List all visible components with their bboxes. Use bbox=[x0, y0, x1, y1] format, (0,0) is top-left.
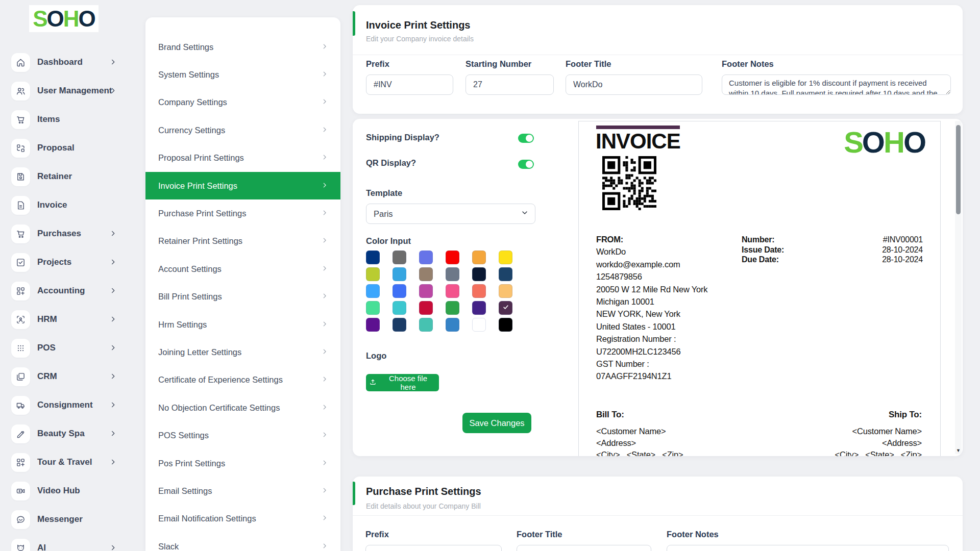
settings-item-pos-print-settings[interactable]: Pos Print Settings bbox=[145, 449, 340, 477]
color-swatch-6d7888[interactable] bbox=[446, 267, 459, 281]
choose-file-button[interactable]: Choose file here bbox=[366, 374, 439, 391]
settings-item-joining-letter-settings[interactable]: Joining Letter Settings bbox=[145, 338, 340, 366]
preview-scrollbar-thumb[interactable] bbox=[956, 125, 961, 214]
color-swatch-0a1832[interactable] bbox=[472, 267, 486, 281]
sidebar-item-tour-travel[interactable]: Tour & Travel bbox=[0, 448, 145, 477]
color-swatch-432287[interactable] bbox=[472, 301, 486, 315]
prefix-input[interactable] bbox=[366, 74, 453, 95]
settings-item-label: Proposal Print Settings bbox=[158, 153, 244, 163]
sidebar-item-purchases[interactable]: Purchases bbox=[0, 219, 145, 248]
check-square-icon bbox=[11, 253, 30, 272]
bill-to-line: <City> , <State> , <Zip> bbox=[596, 449, 683, 456]
qr-display-toggle[interactable] bbox=[518, 160, 534, 169]
preview-scrollbar[interactable]: ▼ bbox=[955, 121, 962, 454]
sidebar-item-label: Proposal bbox=[37, 143, 75, 153]
settings-item-slack[interactable]: Slack bbox=[145, 533, 340, 551]
color-swatch-bb48a3[interactable] bbox=[419, 284, 433, 298]
settings-item-invoice-print-settings[interactable]: Invoice Print Settings bbox=[145, 172, 340, 199]
settings-item-proposal-print-settings[interactable]: Proposal Print Settings bbox=[145, 144, 340, 172]
color-swatch-3cc7cf[interactable] bbox=[393, 301, 406, 315]
sidebar-item-user-management[interactable]: User Management bbox=[0, 77, 145, 105]
color-swatch-f4a63b[interactable] bbox=[472, 251, 486, 264]
settings-item-label: Certificate of Experience Settings bbox=[158, 375, 283, 385]
settings-item-hrm-settings[interactable]: Hrm Settings bbox=[145, 311, 340, 338]
settings-item-label: Hrm Settings bbox=[158, 320, 207, 330]
color-swatch-3f70f6[interactable] bbox=[393, 284, 406, 298]
sidebar-item-pos[interactable]: POS bbox=[0, 334, 145, 362]
color-swatch-6674e8[interactable] bbox=[419, 251, 433, 264]
purchase-prefix-input[interactable] bbox=[365, 545, 502, 551]
settings-item-label: Company Settings bbox=[158, 97, 227, 107]
sidebar-item-projects[interactable]: Projects bbox=[0, 248, 145, 277]
chevron-right-icon bbox=[321, 209, 328, 218]
footer-notes-input[interactable]: Customer is eligible for 1% discount if … bbox=[722, 74, 951, 95]
color-swatch-1b3c66[interactable] bbox=[393, 318, 406, 332]
sidebar-item-dashboard[interactable]: Dashboard bbox=[0, 48, 145, 77]
color-swatch-3ba6fd[interactable] bbox=[366, 284, 380, 298]
settings-item-currency-settings[interactable]: Currency Settings bbox=[145, 116, 340, 144]
color-swatch-3583c6[interactable] bbox=[446, 318, 459, 332]
app-logo[interactable]: SOHO bbox=[29, 5, 99, 32]
invoice-logo-letter: O bbox=[862, 126, 884, 159]
color-swatch-b9cc31[interactable] bbox=[366, 267, 380, 281]
color-swatch-f70000[interactable] bbox=[446, 251, 459, 264]
settings-item-system-settings[interactable]: System Settings bbox=[145, 61, 340, 88]
color-swatch-fac26f[interactable] bbox=[499, 284, 512, 298]
from-line: 20050 W 12 Mile Rd New York bbox=[596, 283, 707, 295]
chevron-right-icon bbox=[109, 401, 117, 409]
color-swatch-f4705e[interactable] bbox=[472, 284, 486, 298]
color-swatch-46c2b1[interactable] bbox=[419, 318, 433, 332]
footer-title-input[interactable] bbox=[566, 74, 702, 95]
color-swatch-6d6d6d[interactable] bbox=[393, 251, 406, 264]
sidebar-item-messenger[interactable]: Messenger bbox=[0, 505, 145, 534]
sidebar-item-hrm[interactable]: HRM bbox=[0, 305, 145, 334]
settings-item-retainer-print-settings[interactable]: Retainer Print Settings bbox=[145, 228, 340, 255]
settings-item-account-settings[interactable]: Account Settings bbox=[145, 255, 340, 283]
settings-item-brand-settings[interactable]: Brand Settings bbox=[145, 33, 340, 61]
color-swatch-2fa34a[interactable] bbox=[446, 301, 459, 315]
chevron-right-icon bbox=[109, 230, 117, 238]
purchase-footer-title-input[interactable] bbox=[517, 545, 651, 551]
settings-item-bill-print-settings[interactable]: Bill Print Settings bbox=[145, 283, 340, 311]
settings-item-email-notification-settings[interactable]: Email Notification Settings bbox=[145, 505, 340, 533]
footer-title-label: Footer Title bbox=[566, 59, 702, 69]
color-swatch-ffffff[interactable] bbox=[472, 318, 486, 332]
color-swatch-47df97[interactable] bbox=[366, 301, 380, 315]
sidebar-item-invoice[interactable]: Invoice bbox=[0, 191, 145, 219]
settings-item-email-settings[interactable]: Email Settings bbox=[145, 477, 340, 505]
color-swatch-5d1190[interactable] bbox=[366, 318, 380, 332]
settings-item-pos-settings[interactable]: POS Settings bbox=[145, 422, 340, 449]
color-swatch-4f2d4f[interactable] bbox=[499, 301, 512, 315]
starting-number-input[interactable] bbox=[465, 74, 554, 95]
color-swatch-fde117[interactable] bbox=[499, 251, 512, 264]
sidebar-item-consignment[interactable]: Consignment bbox=[0, 391, 145, 419]
sidebar-item-retainer[interactable]: Retainer bbox=[0, 162, 145, 191]
check-icon bbox=[502, 304, 509, 313]
scroll-down-arrow[interactable]: ▼ bbox=[955, 448, 962, 453]
sidebar-item-accounting[interactable]: Accounting bbox=[0, 277, 145, 305]
color-swatch-95806d[interactable] bbox=[419, 267, 433, 281]
shipping-display-toggle[interactable] bbox=[518, 134, 534, 143]
save-changes-button[interactable]: Save Changes bbox=[462, 413, 531, 433]
sidebar-item-items[interactable]: Items bbox=[0, 105, 145, 134]
sidebar-item-crm[interactable]: CRM bbox=[0, 362, 145, 391]
color-swatch-1c4369[interactable] bbox=[499, 267, 512, 281]
settings-item-no-objection-certificate-settings[interactable]: No Objection Certificate Settings bbox=[145, 394, 340, 421]
purchase-footer-notes-input[interactable] bbox=[667, 545, 949, 551]
sidebar-item-proposal[interactable]: Proposal bbox=[0, 134, 145, 162]
settings-item-purchase-print-settings[interactable]: Purchase Print Settings bbox=[145, 199, 340, 227]
color-swatch-000000[interactable] bbox=[499, 318, 512, 332]
accent-bar bbox=[353, 482, 355, 505]
sidebar-item-ai[interactable]: AI bbox=[0, 534, 145, 551]
sidebar-item-video-hub[interactable]: Video Hub bbox=[0, 477, 145, 505]
sidebar-item-beauty-spa[interactable]: Beauty Spa bbox=[0, 419, 145, 448]
color-swatch-003580[interactable] bbox=[366, 251, 380, 264]
settings-item-certificate-of-experience-settings[interactable]: Certificate of Experience Settings bbox=[145, 366, 340, 394]
color-swatch-c70c38[interactable] bbox=[419, 301, 433, 315]
chevron-right-icon bbox=[321, 181, 328, 191]
template-select[interactable]: Paris bbox=[366, 204, 535, 224]
accent-bar bbox=[353, 11, 355, 36]
settings-item-company-settings[interactable]: Company Settings bbox=[145, 89, 340, 116]
color-swatch-f3538c[interactable] bbox=[446, 284, 459, 298]
color-swatch-36a6e1[interactable] bbox=[393, 267, 406, 281]
